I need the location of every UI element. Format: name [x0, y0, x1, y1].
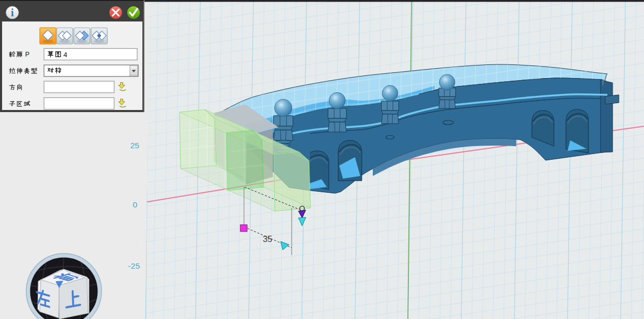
svg-text:25: 25 [130, 141, 139, 150]
svg-text:0: 0 [132, 200, 137, 209]
svg-text:i: i [11, 7, 14, 18]
svg-text:-25: -25 [128, 261, 140, 270]
svg-text:35: 35 [263, 235, 272, 244]
svg-text:4: 4 [63, 51, 68, 59]
svg-text:P: P [25, 51, 29, 58]
